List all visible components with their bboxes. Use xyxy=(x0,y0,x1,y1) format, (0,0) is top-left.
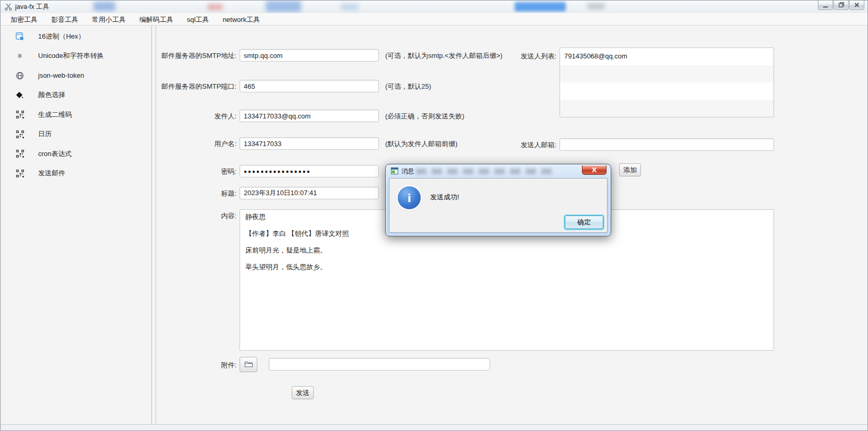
menu-item-sql-tools[interactable]: sql工具 xyxy=(180,13,216,25)
attachment-input[interactable] xyxy=(269,358,490,370)
app-window: java-fx 工具 加密工具 影音工具 常用小工具 编解码工具 sql工具 n… xyxy=(0,0,868,431)
paint-diamond-icon xyxy=(15,90,25,100)
sender-label: 发件人: xyxy=(127,112,236,121)
glass-blob xyxy=(266,1,301,12)
smtp-port-input[interactable] xyxy=(240,80,379,92)
glass-blob xyxy=(515,2,566,11)
dialog-body: 发送成功! 确定 xyxy=(389,178,608,233)
ok-button[interactable]: 确定 xyxy=(565,216,603,229)
smtp-address-label: 邮件服务器的SMTP地址: xyxy=(127,51,236,61)
username-label: 用户名: xyxy=(127,139,236,149)
recipients-list-label: 发送人列表: xyxy=(447,52,556,61)
folder-icon xyxy=(244,360,253,369)
password-input[interactable] xyxy=(240,165,379,177)
info-icon xyxy=(398,186,421,209)
hex-icon xyxy=(15,32,25,41)
subject-label: 标题: xyxy=(127,189,236,198)
sidebar-item-hex[interactable]: 16进制（Hex） xyxy=(1,27,151,46)
blurred-title-text xyxy=(416,169,554,174)
password-label: 密码: xyxy=(127,167,236,176)
glass-blob xyxy=(93,2,115,11)
list-item[interactable]: 791435068@qq.com xyxy=(560,48,774,65)
close-icon xyxy=(591,165,598,175)
recipients-listbox[interactable]: 791435068@qq.com xyxy=(560,47,774,117)
menu-item-network-tools[interactable]: network工具 xyxy=(216,13,267,25)
recipient-email-input[interactable] xyxy=(560,138,774,151)
window-controls xyxy=(818,1,864,10)
attachment-label: 附件: xyxy=(127,361,236,370)
dialog-message: 发送成功! xyxy=(430,193,459,202)
minimize-button[interactable] xyxy=(818,1,833,10)
smtp-port-label: 邮件服务器的SMTP端口: xyxy=(127,82,236,91)
qrcode-icon xyxy=(15,129,25,139)
window-title: java-fx 工具 xyxy=(15,3,49,11)
add-recipient-button[interactable]: 添加 xyxy=(619,163,641,176)
menu-item-common-tools[interactable]: 常用小工具 xyxy=(85,13,133,25)
qrcode-icon xyxy=(15,149,25,159)
dialog-close-button[interactable] xyxy=(582,165,607,175)
menu-item-media-tools[interactable]: 影音工具 xyxy=(44,13,85,25)
menu-item-codec-tools[interactable]: 编解码工具 xyxy=(133,13,180,25)
globe-icon xyxy=(15,71,25,80)
qrcode-icon xyxy=(15,169,25,178)
smtp-port-hint: (可选，默认25) xyxy=(385,82,431,91)
recipient-email-label: 发送人邮箱: xyxy=(447,140,556,150)
menu-item-encrypt-tools[interactable]: 加密工具 xyxy=(4,13,44,25)
browse-folder-button[interactable] xyxy=(240,357,257,372)
content-label: 内容: xyxy=(127,211,236,221)
app-tools-icon xyxy=(4,3,13,11)
glass-blob xyxy=(207,4,223,10)
send-button[interactable]: 发送 xyxy=(292,386,314,399)
sender-input[interactable] xyxy=(240,110,379,122)
menu-bar: 加密工具 影音工具 常用小工具 编解码工具 sql工具 network工具 xyxy=(1,13,867,26)
message-dialog: 消息 发送成功! 确定 xyxy=(385,164,611,236)
username-input[interactable] xyxy=(240,137,379,150)
window-bottom-frame xyxy=(1,424,867,431)
glass-blob xyxy=(341,4,359,10)
glass-blob xyxy=(587,4,605,9)
asterisk-icon xyxy=(15,51,25,61)
maximize-button[interactable] xyxy=(834,1,849,10)
sender-hint: (必须正确，否则发送失败) xyxy=(385,112,465,121)
qrcode-icon xyxy=(15,110,25,119)
list-item[interactable] xyxy=(560,82,774,100)
dialog-title: 消息 xyxy=(401,167,414,176)
window-icon xyxy=(391,167,398,176)
list-item[interactable] xyxy=(560,65,774,82)
subject-input[interactable] xyxy=(240,187,379,199)
window-titlebar[interactable]: java-fx 工具 xyxy=(1,1,867,14)
smtp-address-input[interactable] xyxy=(240,49,379,62)
close-button[interactable] xyxy=(849,1,864,10)
list-item[interactable] xyxy=(560,100,774,117)
dialog-titlebar[interactable]: 消息 xyxy=(386,164,611,178)
